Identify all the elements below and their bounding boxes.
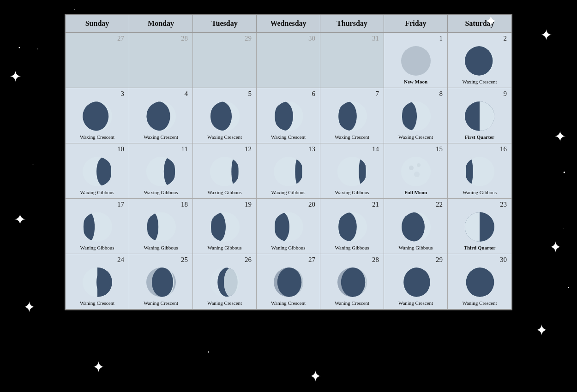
day-number: 9: [450, 90, 510, 98]
cal-cell-9: 9 First Quarter: [448, 88, 511, 143]
star-3: ✦: [9, 69, 22, 84]
svg-point-10: [146, 101, 170, 131]
day-number: 11: [131, 145, 191, 153]
svg-point-4: [465, 46, 493, 76]
moon-image: [131, 265, 191, 299]
svg-rect-72: [97, 267, 112, 297]
moon-image: [322, 209, 382, 244]
day-number: 18: [131, 201, 191, 208]
calendar-header: SundayMondayTuesdayWednesdayThursdayFrid…: [66, 15, 511, 33]
moon-image: [131, 99, 191, 133]
cal-cell-24: 24 Waning Crescent: [66, 254, 129, 309]
day-number: 19: [195, 201, 254, 208]
moon-image: [131, 209, 191, 244]
calendar: SundayMondayTuesdayWednesdayThursdayFrid…: [65, 14, 512, 310]
cal-cell-27: 27 Waning Crescent: [257, 254, 320, 309]
svg-point-22: [402, 101, 417, 131]
moon-phase-label: Waning Gibbous: [144, 245, 178, 252]
cal-cell-18: 18 Waning Gibbous: [129, 199, 193, 254]
moon-phase-label: Waning Gibbous: [208, 245, 242, 252]
moon-phase-label: Waning Gibbous: [335, 245, 369, 252]
day-number: 3: [67, 90, 127, 98]
day-number: 24: [67, 256, 127, 264]
moon-phase-label: Waning Crescent: [398, 300, 433, 307]
moon-image: [258, 209, 318, 244]
cal-cell-30: 30 Waning Crescent: [448, 254, 511, 309]
moon-image: [386, 99, 445, 133]
day-number: 30: [450, 256, 510, 264]
moon-phase-label: Waning Crescent: [144, 300, 178, 307]
day-number: 23: [450, 201, 510, 208]
moon-image: [386, 209, 445, 244]
svg-point-84: [277, 267, 301, 297]
day-number: 27: [67, 35, 127, 42]
cal-cell-12: 12 Waxing Gibbous: [193, 143, 257, 199]
cal-cell-8: 8 Waxing Crescent: [384, 88, 448, 143]
cal-cell-13: 13 Waxing Gibbous: [257, 143, 320, 199]
moon-phase-label: Waxing Gibbous: [271, 190, 306, 196]
moon-image: [131, 154, 191, 189]
header-monday: Monday: [129, 15, 193, 32]
day-number: 8: [386, 90, 445, 98]
cal-cell-7: 7 Waxing Crescent: [320, 88, 384, 143]
cal-cell-28: 28 Waning Crescent: [320, 254, 384, 309]
moon-image: [258, 99, 318, 133]
star-5: ✦: [14, 212, 26, 227]
day-number: 20: [258, 201, 318, 208]
svg-point-65: [402, 212, 425, 242]
cal-cell-26: 26 Waning Crescent: [193, 254, 257, 309]
day-number: 6: [258, 90, 318, 98]
day-number: 14: [322, 145, 382, 153]
svg-point-44: [414, 172, 420, 177]
star-8: ✦: [535, 323, 548, 338]
day-number: 28: [322, 256, 382, 264]
star-4: ✦: [554, 129, 566, 144]
moon-phase-label: First Quarter: [465, 134, 494, 141]
svg-point-88: [341, 267, 365, 297]
day-number: 22: [386, 201, 445, 208]
moon-image: [258, 265, 318, 299]
cal-cell-11: 11 Waxing Gibbous: [129, 143, 193, 199]
cal-cell-1: 1 New Moon: [384, 33, 448, 88]
cal-cell-5: 5 Waxing Crescent: [193, 88, 257, 143]
svg-point-76: [151, 267, 173, 297]
moon-phase-label: Waning Crescent: [271, 300, 306, 307]
svg-point-41: [401, 157, 431, 186]
svg-point-91: [403, 267, 430, 297]
cal-cell-15: 15 Full Moon: [384, 143, 448, 199]
moon-phase-label: Waxing Crescent: [271, 134, 306, 141]
moon-phase-label: Waning Crescent: [335, 300, 369, 307]
moon-phase-label: Waning Gibbous: [463, 190, 497, 196]
svg-point-43: [417, 163, 421, 167]
calendar-body: 27282930311 New Moon2 Waxing Crescent3 W…: [66, 33, 511, 309]
svg-point-80: [224, 267, 239, 297]
star-14: ·: [563, 226, 565, 232]
day-number: 1: [386, 35, 445, 42]
day-number: 5: [195, 90, 254, 98]
moon-phase-label: Waxing Gibbous: [144, 190, 178, 196]
svg-point-7: [82, 101, 108, 131]
svg-point-53: [147, 212, 158, 242]
svg-point-19: [338, 101, 357, 131]
moon-phase-label: Waxing Crescent: [80, 134, 114, 141]
cal-cell-prev-27: 27: [66, 33, 129, 88]
moon-phase-label: Waxing Gibbous: [335, 190, 369, 196]
day-number: 16: [450, 145, 510, 153]
moon-image: [450, 265, 510, 299]
day-number: 25: [131, 256, 191, 264]
moon-image: [450, 43, 510, 78]
day-number: 17: [67, 201, 127, 208]
star-6: ✦: [549, 240, 562, 255]
day-number: 4: [131, 90, 191, 98]
moon-image: [195, 154, 254, 189]
page-title: [0, 0, 577, 14]
svg-point-42: [409, 166, 414, 170]
header-tuesday: Tuesday: [193, 15, 257, 32]
moon-image: [322, 154, 382, 189]
star-12: ·: [37, 46, 38, 52]
cal-cell-prev-29: 29: [193, 33, 257, 88]
star-18: ●: [208, 350, 210, 353]
moon-image: [195, 209, 254, 244]
svg-rect-68: [465, 212, 480, 242]
svg-point-34: [231, 157, 238, 186]
